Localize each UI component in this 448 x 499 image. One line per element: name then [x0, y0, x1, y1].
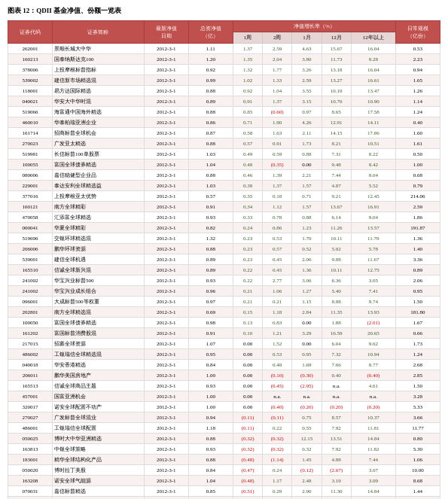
- table-cell: 0.88: [188, 244, 233, 254]
- table-row: 163813中银全球策略2012-3-10.93(0.32)(0.32)0.32…: [8, 444, 440, 455]
- table-cell: 2012-3-1: [144, 191, 188, 202]
- table-cell: 9.42: [351, 160, 395, 170]
- table-cell: 2.59: [263, 44, 292, 54]
- table-cell: 1.14: [395, 96, 440, 107]
- table-cell: 1.37: [263, 181, 292, 191]
- table-cell: 1.40: [395, 244, 440, 254]
- table-cell: 0.94: [395, 65, 440, 75]
- table-cell: 2012-3-1: [144, 391, 188, 402]
- table-cell: 13.18: [322, 65, 351, 75]
- table-cell: 1.61: [395, 138, 440, 149]
- table-cell: 10.19: [322, 86, 351, 96]
- col-header-12y: 12年以上: [351, 32, 395, 44]
- table-cell: 9.21: [322, 191, 351, 202]
- table-cell: 博时拉丁美股: [53, 465, 145, 476]
- table-row: 320017诺安全球配置不动产2012-3-11.000.00(0.40)(0.…: [8, 402, 440, 412]
- table-cell: 1.18: [188, 423, 233, 434]
- table-cell: 1.00: [395, 160, 440, 170]
- table-cell: 2012-3-1: [144, 275, 188, 286]
- table-cell: 7.44: [351, 455, 395, 465]
- table-cell: 广发标普全球混业: [53, 412, 145, 423]
- table-cell: 0.88: [188, 138, 233, 149]
- table-row: 241002华宝兴业成长组合2012-3-10.960.211.061.275.…: [8, 286, 440, 297]
- table-cell: 0.00: [233, 339, 262, 349]
- table-cell: 163208: [8, 476, 53, 486]
- table-cell: 2012-3-1: [144, 86, 188, 96]
- table-cell: 3.05: [351, 275, 395, 286]
- table-cell: 8.65: [322, 107, 351, 117]
- table-cell: 0.45: [263, 254, 292, 265]
- table-cell: 7.92: [322, 423, 351, 434]
- table-cell: 118001: [8, 86, 53, 96]
- table-cell: 工银瑞信全球配置: [53, 423, 145, 434]
- table-cell: 0.00: [233, 360, 262, 370]
- table-cell: 2.11: [292, 128, 322, 138]
- table-cell: 1.35: [233, 54, 262, 65]
- table-cell: 0.88: [188, 170, 233, 181]
- table-cell: 11.82: [351, 444, 395, 455]
- table-cell: 040021: [8, 96, 53, 107]
- table-cell: 鹏华美国房地产: [53, 370, 145, 381]
- table-cell: 嘉信标普精选: [53, 486, 145, 497]
- table-cell: 2012-3-1: [144, 434, 188, 444]
- table-cell: 中银全球策略: [53, 444, 145, 455]
- table-cell: 2012-3-1: [144, 170, 188, 181]
- table-cell: 1.63: [263, 128, 292, 138]
- table-cell: 2012-3-1: [144, 297, 188, 307]
- table-cell: 0.96: [188, 286, 233, 297]
- table-cell: 2012-3-1: [144, 107, 188, 117]
- table-cell: 7.44: [322, 170, 351, 181]
- table-cell: 519696: [8, 233, 53, 244]
- table-cell: 3.36: [395, 254, 440, 265]
- table-cell: 景顺长城大中华: [53, 44, 145, 54]
- col-header-12m: 12月: [322, 32, 351, 44]
- table-cell: 2012-3-1: [144, 54, 188, 65]
- table-cell: 华安大中华时混: [53, 96, 145, 107]
- table-cell: 0.21: [233, 297, 262, 307]
- table-cell: (0.32): [233, 444, 262, 455]
- table-cell: 华宝兴业标普500: [53, 275, 145, 286]
- table-cell: (0.11): [233, 423, 262, 434]
- table-cell: 229001: [8, 181, 53, 191]
- table-cell: 1.07: [188, 339, 233, 349]
- table-row: 183001精华全球结构化产品2012-3-10.88(0.48)(1.14)1…: [8, 455, 440, 465]
- table-cell: 长信标普100单股票: [53, 149, 145, 160]
- table-cell: 0.95: [292, 349, 322, 360]
- table-cell: 富国全球债券精选: [53, 318, 145, 328]
- table-cell: 2012-3-1: [144, 96, 188, 107]
- table-cell: 14.11: [351, 117, 395, 128]
- table-cell: 1.57: [292, 202, 322, 212]
- table-cell: 1.65: [395, 75, 440, 86]
- table-cell: 建信新市场精选混: [53, 75, 145, 86]
- table-cell: 11.67: [351, 254, 395, 265]
- table-cell: 519066: [8, 107, 53, 117]
- table-cell: 0.91: [188, 202, 233, 212]
- table-row: 519696交银环球精选混2012-3-11.320.230.531.7010.…: [8, 233, 440, 244]
- table-cell: 460010: [8, 117, 53, 128]
- table-cell: 3.06: [292, 275, 322, 286]
- table-cell: 2012-3-1: [144, 223, 188, 233]
- page-title: 图表 12：QDII 基金净值、份额一览表: [8, 6, 440, 16]
- table-cell: 2012-3-1: [144, 244, 188, 254]
- table-cell: 1.52: [263, 339, 292, 349]
- table-cell: 0.48: [263, 360, 292, 370]
- table-cell: 161202: [8, 328, 53, 339]
- table-cell: 0.88: [188, 434, 233, 444]
- table-cell: 16.04: [351, 44, 395, 54]
- table-cell: 14.19: [351, 497, 395, 500]
- table-cell: 0.22: [233, 275, 262, 286]
- header-row-1: 证券代码 证券简称 最新净值日期 总资净值（亿） 净值增长率（%） 日常规模（亿…: [8, 21, 440, 32]
- table-cell: 1.32: [188, 233, 233, 244]
- table-cell: 0.58: [233, 128, 262, 138]
- table-cell: 11.73: [322, 54, 351, 65]
- table-cell: 0.49: [233, 149, 262, 160]
- table-cell: (0.32): [263, 444, 292, 455]
- table-row: 040018华安香港精选2012-3-10.840.000.481.697.66…: [8, 360, 440, 370]
- table-cell: 0.39: [233, 181, 262, 191]
- table-cell: 0.92: [233, 86, 262, 96]
- table-cell: 富国标普消费股混: [53, 328, 145, 339]
- col-header-nav: 总资净值（亿）: [188, 21, 233, 44]
- table-cell: 165510: [8, 265, 53, 275]
- table-cell: 16.61: [351, 75, 395, 86]
- table-cell: 1.03: [188, 149, 233, 160]
